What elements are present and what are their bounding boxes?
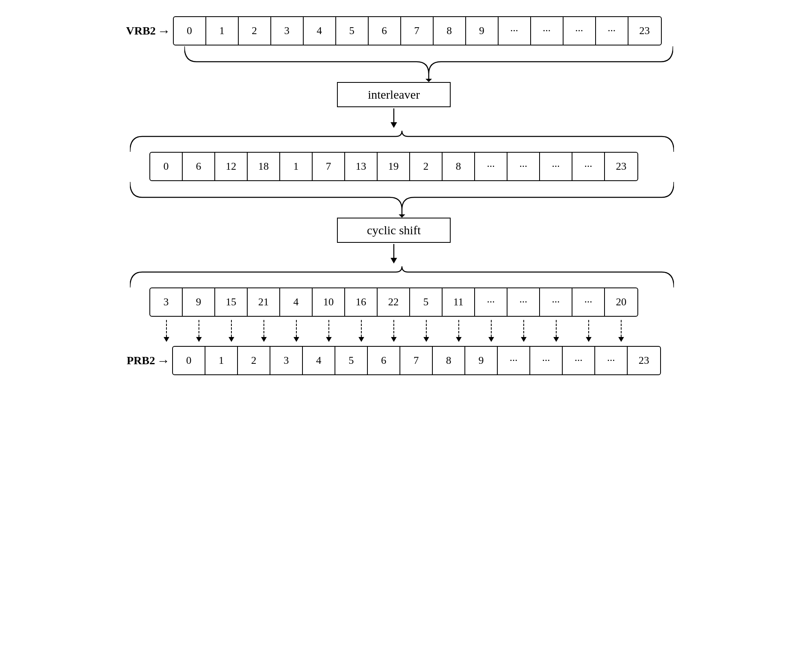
cell-r4-4: 4 <box>303 347 335 374</box>
svg-marker-23 <box>391 337 397 342</box>
cell-r4-0: 0 <box>173 347 205 374</box>
cell-r3-1: 9 <box>183 288 215 316</box>
cell-r1-0: 0 <box>174 17 206 45</box>
row4-cells: 0 1 2 3 4 5 6 7 8 9 ··· ··· ··· ··· 23 <box>172 346 661 375</box>
cell-r3-5: 10 <box>313 288 345 316</box>
cell-r3-14: 20 <box>605 288 637 316</box>
arrow-cyclic-svg <box>390 244 398 264</box>
cell-r2-2: 12 <box>215 153 248 180</box>
mapping-arrows-svg: // We'll just define arrows statically <box>150 318 637 348</box>
cell-r2-1: 6 <box>183 153 215 180</box>
cell-r4-2: 2 <box>238 347 270 374</box>
cell-r3-10: ··· <box>475 288 507 316</box>
bracket3-top-svg <box>130 266 674 288</box>
cell-r4-14: 23 <box>628 347 660 374</box>
interleaver-row: interleaver <box>32 82 755 107</box>
svg-marker-33 <box>553 337 559 342</box>
svg-marker-9 <box>164 337 169 342</box>
svg-marker-35 <box>586 337 592 342</box>
cell-r2-5: 7 <box>313 153 345 180</box>
svg-marker-15 <box>261 337 267 342</box>
svg-marker-7 <box>391 258 397 264</box>
cell-r2-0: 0 <box>150 153 183 180</box>
cell-r1-14: 23 <box>628 17 661 45</box>
svg-marker-29 <box>488 337 494 342</box>
bracket1-svg <box>184 45 673 82</box>
cell-r2-13: ··· <box>572 153 605 180</box>
cell-r4-5: 5 <box>335 347 368 374</box>
cell-r1-1: 1 <box>206 17 239 45</box>
svg-marker-37 <box>618 337 624 342</box>
cell-r2-11: ··· <box>507 153 540 180</box>
cell-r3-9: 11 <box>443 288 475 316</box>
cell-r4-1: 1 <box>205 347 238 374</box>
cell-r3-11: ··· <box>507 288 540 316</box>
interleaver-box: interleaver <box>337 82 451 107</box>
cell-r2-4: 1 <box>280 153 313 180</box>
row2-cells: 0 6 12 18 1 7 13 19 2 8 ··· ··· ··· ··· … <box>149 152 638 181</box>
cell-r2-10: ··· <box>475 153 507 180</box>
prb2-label: PRB2 → <box>127 353 170 368</box>
cell-r3-3: 21 <box>248 288 280 316</box>
cell-r1-12: ··· <box>564 17 596 45</box>
cell-r4-7: 7 <box>400 347 433 374</box>
cell-r3-7: 22 <box>378 288 410 316</box>
cell-r1-8: 8 <box>434 17 466 45</box>
cyclic-shift-box: cyclic shift <box>337 218 451 243</box>
cell-r2-6: 13 <box>345 153 378 180</box>
cell-r1-13: ··· <box>596 17 628 45</box>
svg-marker-31 <box>521 337 527 342</box>
diagram-container: VRB2 → 0 1 2 3 4 5 6 7 8 9 ··· ··· ··· ·… <box>32 16 755 375</box>
cell-r4-9: 9 <box>465 347 498 374</box>
cell-r1-9: 9 <box>466 17 499 45</box>
svg-marker-17 <box>294 337 299 342</box>
svg-marker-25 <box>423 337 429 342</box>
cell-r2-14: 23 <box>605 153 637 180</box>
bracket2-top-svg <box>130 130 674 153</box>
svg-marker-1 <box>425 79 432 82</box>
cell-r3-2: 15 <box>215 288 248 316</box>
row1-cells: 0 1 2 3 4 5 6 7 8 9 ··· ··· ··· ··· 23 <box>173 16 662 45</box>
cell-r1-7: 7 <box>401 17 434 45</box>
cell-r4-8: 8 <box>433 347 465 374</box>
cell-r3-4: 4 <box>280 288 313 316</box>
svg-marker-27 <box>456 337 462 342</box>
cell-r4-12: ··· <box>563 347 595 374</box>
cell-r1-2: 2 <box>239 17 271 45</box>
cell-r2-3: 18 <box>248 153 280 180</box>
cell-r1-6: 6 <box>369 17 401 45</box>
svg-marker-21 <box>358 337 364 342</box>
cell-r3-8: 5 <box>410 288 443 316</box>
cell-r2-9: 8 <box>443 153 475 180</box>
cell-r3-12: ··· <box>540 288 572 316</box>
svg-marker-5 <box>399 214 405 218</box>
row3-cells: 3 9 15 21 4 10 16 22 5 11 ··· ··· ··· ··… <box>149 287 638 317</box>
cell-r4-13: ··· <box>595 347 628 374</box>
svg-marker-3 <box>391 122 397 128</box>
cell-r3-6: 16 <box>345 288 378 316</box>
cell-r2-12: ··· <box>540 153 572 180</box>
cell-r4-11: ··· <box>530 347 563 374</box>
cell-r4-3: 3 <box>270 347 303 374</box>
vrb2-label: VRB2 → <box>126 24 170 39</box>
svg-marker-11 <box>196 337 202 342</box>
cell-r3-13: ··· <box>572 288 605 316</box>
cell-r2-8: 2 <box>410 153 443 180</box>
cyclic-shift-row: cyclic shift <box>32 218 755 243</box>
cell-r4-10: ··· <box>498 347 530 374</box>
cell-r3-0: 3 <box>150 288 183 316</box>
bracket2-bottom-svg <box>130 181 674 218</box>
svg-marker-13 <box>229 337 234 342</box>
cell-r4-6: 6 <box>368 347 400 374</box>
cell-r1-3: 3 <box>271 17 304 45</box>
cell-r2-7: 19 <box>378 153 410 180</box>
cell-r1-11: ··· <box>531 17 564 45</box>
cell-r1-5: 5 <box>336 17 369 45</box>
cell-r1-10: ··· <box>499 17 531 45</box>
cell-r1-4: 4 <box>304 17 336 45</box>
svg-marker-19 <box>326 337 332 342</box>
arrow-interleaver-svg <box>390 108 398 129</box>
